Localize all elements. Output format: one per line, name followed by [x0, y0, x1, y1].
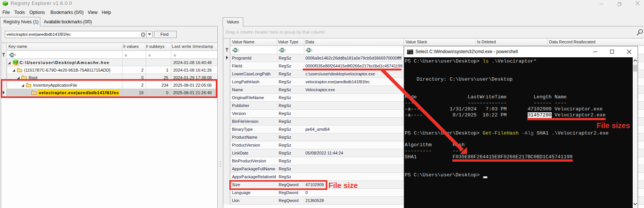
svg-text:C:\: C:\	[408, 51, 413, 54]
